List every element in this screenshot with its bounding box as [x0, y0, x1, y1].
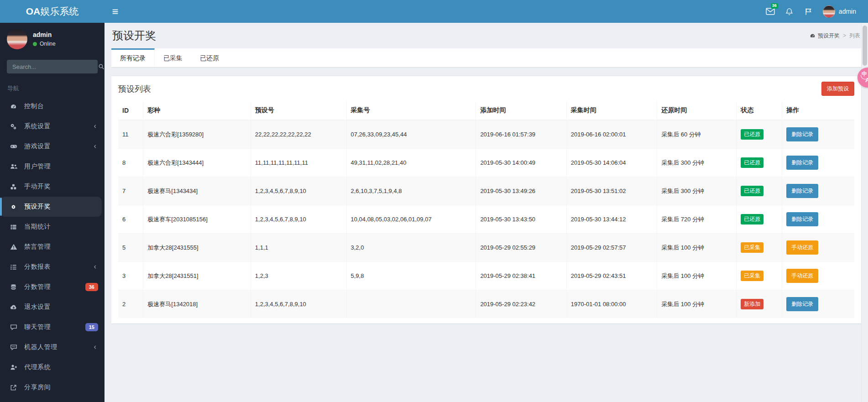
breadcrumb-item: 列表: [849, 32, 860, 40]
sidebar-item-game-settings[interactable]: 游戏设置: [0, 136, 105, 157]
status-badge: 已采集: [741, 271, 763, 281]
sidebar-item-manual-draw[interactable]: 手动开奖: [0, 177, 105, 197]
comments-icon: [10, 324, 17, 331]
sidebar-item-chat-management[interactable]: 聊天管理15: [0, 317, 105, 337]
delete-record-button[interactable]: 删除记录: [786, 127, 818, 141]
cell-lottery: 极速六合彩[1343444]: [143, 149, 251, 177]
cell-collect: 2,6,10,3,7,5,1,9,4,8: [346, 177, 476, 205]
sidebar-item-share-room[interactable]: 分享房间: [0, 377, 105, 397]
cell-added: 2019-05-30 13:43:50: [476, 205, 566, 234]
cell-id: 7: [118, 177, 143, 205]
cell-restore: 采集后 60 分钟: [657, 120, 737, 149]
sidebar-item-score-report[interactable]: 分数报表: [0, 257, 105, 277]
cell-lottery: 极速赛马[1343434]: [143, 177, 251, 205]
tab-restored[interactable]: 已还原: [191, 48, 228, 67]
sidebar-item-clipped-item[interactable]: [0, 397, 105, 402]
cell-id: 5: [118, 234, 143, 262]
chevron-left-icon: [93, 345, 98, 350]
bell-icon: [785, 8, 793, 16]
manual-restore-button[interactable]: 手动还原: [786, 269, 818, 283]
sidebar-item-label: 游戏设置: [24, 142, 51, 151]
cell-preset: 1,2,3,4,5,6,7,8,9,10: [251, 290, 346, 318]
sidebar-item-label: 禁言管理: [24, 243, 51, 251]
sidebar-item-user-management[interactable]: 用户管理: [0, 157, 105, 177]
cell-lottery: 加拿大28[2431551]: [143, 262, 251, 290]
sidebar-item-preset-draw[interactable]: 预设开奖: [0, 197, 102, 217]
box-body: ID彩种预设号采集号添加时间采集时间还原时间状态操作 11极速六合彩[13592…: [111, 100, 861, 318]
sidebar-menu: 控制台系统设置游戏设置用户管理手动开奖预设开奖当期统计禁言管理分数报表分数管理3…: [0, 96, 105, 402]
cell-collect: 5,9,8: [346, 262, 476, 290]
avatar: [823, 5, 835, 18]
sidebar-item-mute-management[interactable]: 禁言管理: [0, 237, 105, 257]
database-icon: [10, 284, 17, 291]
cell-status: 已采集: [737, 234, 782, 262]
user-menu-button[interactable]: admin: [818, 5, 859, 18]
sidebar-item-score-management[interactable]: 分数管理36: [0, 277, 105, 297]
cell-added: 2019-05-30 13:49:26: [476, 177, 566, 205]
cell-lottery: 极速赛马[1342018]: [143, 290, 251, 318]
notifications-button[interactable]: [780, 0, 799, 23]
sidebar-item-agent-system[interactable]: 代理系统: [0, 357, 105, 377]
chevron-left-icon: [93, 124, 98, 129]
chevron-left-icon: [93, 265, 98, 270]
cell-preset: 1,2,3: [251, 262, 346, 290]
delete-record-button[interactable]: 删除记录: [786, 156, 818, 170]
cell-id: 11: [118, 120, 143, 149]
sidebar-item-dashboard[interactable]: 控制台: [0, 96, 105, 116]
sidebar-user-panel: admin Online: [0, 23, 105, 55]
add-preset-button[interactable]: 添加预设: [821, 82, 854, 96]
flags-button[interactable]: [799, 0, 818, 23]
table-row: 7极速赛马[1343434]1,2,3,4,5,6,7,8,9,102,6,10…: [118, 177, 854, 205]
sidebar-item-robot-management[interactable]: 机器人管理: [0, 337, 105, 357]
column-header: 状态: [737, 101, 782, 120]
table-row: 6极速赛车[2031085156]1,2,3,4,5,6,7,8,9,1010,…: [118, 205, 854, 234]
messages-button[interactable]: 36: [761, 0, 780, 23]
table-body: 11极速六合彩[1359280]22,22,22,22,22,22,2207,2…: [118, 120, 854, 318]
tab-all-records[interactable]: 所有记录: [111, 48, 155, 67]
breadcrumb-item[interactable]: 预设开奖: [810, 32, 840, 40]
online-status-dot: [33, 42, 37, 46]
cell-restore: 采集后 720 分钟: [657, 205, 737, 234]
search-input[interactable]: [7, 60, 98, 73]
cell-status: 已还原: [737, 205, 782, 234]
cell-collected: 2019-05-30 14:06:04: [566, 149, 657, 177]
delete-record-button[interactable]: 删除记录: [786, 297, 818, 311]
cell-collect: 10,04,08,05,03,02,06,01,09,07: [346, 205, 476, 234]
main-content: 预设开奖 预设开奖>列表 所有记录已采集已还原 预设列表 添加预设 ID彩种预设…: [105, 23, 868, 402]
cell-collected: 2019-05-29 02:43:51: [566, 262, 657, 290]
cell-action: 删除记录: [782, 149, 854, 177]
cell-action: 手动还原: [782, 234, 854, 262]
cell-action: 删除记录: [782, 120, 854, 149]
envelope-icon: [766, 8, 775, 15]
gear-icon: [10, 204, 17, 210]
sidebar-toggle-button[interactable]: [105, 0, 125, 23]
top-navbar: OA娱乐系统 36 admin: [0, 0, 868, 23]
sidebar-item-current-stats[interactable]: 当期统计: [0, 217, 105, 237]
sidebar-item-rebate-settings[interactable]: 退水设置: [0, 297, 105, 317]
cell-preset: 11,11,11,11,11,11,11: [251, 149, 346, 177]
breadcrumb-label: 预设开奖: [818, 32, 840, 40]
sidebar: admin Online 导航 控制台系统设置游戏设置用户管理手动开奖预设开奖当…: [0, 23, 105, 402]
cell-id: 2: [118, 290, 143, 318]
breadcrumb: 预设开奖>列表: [810, 32, 860, 40]
app-logo[interactable]: OA娱乐系统: [0, 0, 105, 23]
messages-badge: 36: [771, 3, 778, 9]
cell-id: 8: [118, 149, 143, 177]
status-badge: 已还原: [741, 129, 763, 140]
scrollbar-thumb[interactable]: [863, 26, 867, 66]
hamburger-icon: [111, 8, 119, 16]
page-title: 预设开奖: [112, 28, 156, 43]
column-header: 彩种: [143, 101, 251, 120]
cell-restore: 采集后 100 分钟: [657, 234, 737, 262]
manual-restore-button[interactable]: 手动还原: [786, 240, 818, 255]
cell-action: 手动还原: [782, 262, 854, 290]
tab-collected[interactable]: 已采集: [155, 48, 191, 67]
gamepad-icon: [10, 143, 17, 150]
sidebar-item-label: 机器人管理: [24, 343, 58, 351]
delete-record-button[interactable]: 删除记录: [786, 184, 818, 198]
status-badge: 已还原: [741, 214, 763, 224]
delete-record-button[interactable]: 删除记录: [786, 212, 818, 226]
comment-dots-icon: [10, 344, 17, 351]
search-button[interactable]: [98, 60, 105, 73]
sidebar-item-system-settings[interactable]: 系统设置: [0, 116, 105, 136]
